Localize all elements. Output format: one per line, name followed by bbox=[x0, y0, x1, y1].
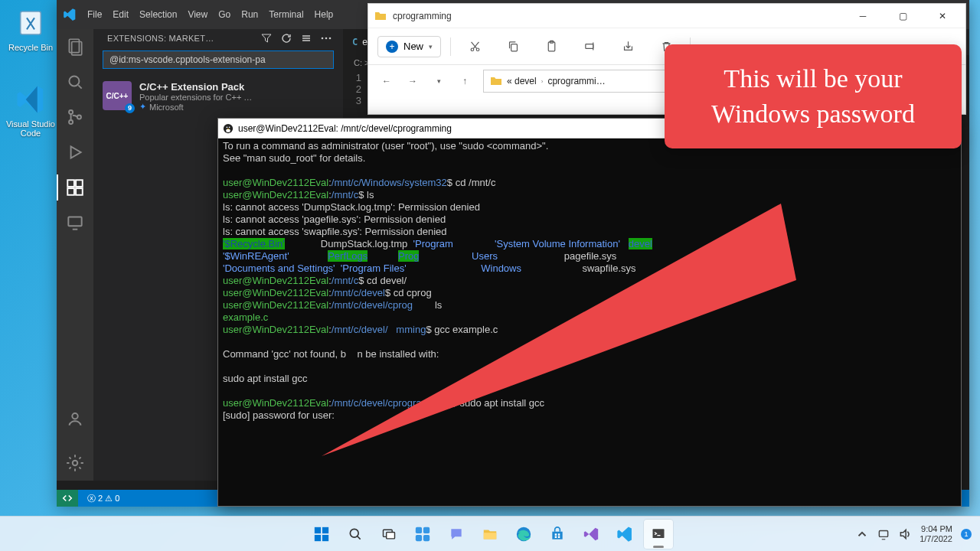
svg-rect-9 bbox=[76, 188, 83, 195]
svg-point-16 bbox=[329, 37, 332, 40]
svg-rect-38 bbox=[423, 534, 430, 540]
folder-icon bbox=[490, 75, 502, 87]
file-explorer-window: cprogramming ─ ▢ ✕ +New▾ ← → ▾ ↑ « devel… bbox=[368, 3, 966, 115]
menu-help[interactable]: Help bbox=[315, 9, 334, 20]
edge-taskbar[interactable] bbox=[509, 520, 538, 549]
clock[interactable]: 9:04 PM 1/7/2022 bbox=[920, 524, 952, 544]
activity-scm[interactable] bbox=[65, 107, 85, 127]
svg-rect-42 bbox=[880, 530, 888, 536]
clock-time: 9:04 PM bbox=[920, 524, 952, 534]
explorer-titlebar[interactable]: cprogramming ─ ▢ ✕ bbox=[368, 4, 965, 28]
start-button[interactable] bbox=[307, 520, 336, 549]
maximize-button[interactable]: ▢ bbox=[886, 5, 920, 28]
refresh-icon[interactable] bbox=[280, 32, 292, 44]
svg-point-14 bbox=[322, 37, 324, 40]
folder-icon bbox=[374, 10, 387, 22]
svg-point-26 bbox=[229, 126, 230, 128]
paste-button[interactable] bbox=[537, 34, 566, 59]
search-icon bbox=[348, 527, 363, 542]
activity-bar bbox=[57, 29, 93, 481]
terminal-body[interactable]: To run a command as administrator (user … bbox=[218, 139, 961, 423]
forward-button[interactable]: → bbox=[402, 70, 423, 92]
terminal-taskbar[interactable] bbox=[644, 520, 673, 549]
svg-rect-31 bbox=[322, 534, 328, 540]
activity-settings[interactable] bbox=[65, 453, 85, 473]
tux-icon bbox=[223, 123, 234, 134]
clear-icon[interactable] bbox=[300, 32, 312, 44]
svg-rect-11 bbox=[68, 217, 81, 226]
remote-indicator[interactable] bbox=[57, 490, 78, 507]
minimize-button[interactable]: ─ bbox=[846, 5, 880, 28]
more-icon[interactable] bbox=[320, 32, 332, 44]
copy-button[interactable] bbox=[498, 34, 528, 59]
close-button[interactable]: ✕ bbox=[926, 5, 959, 28]
vscode-icon bbox=[15, 84, 46, 115]
up-button[interactable]: ↑ bbox=[454, 70, 475, 92]
extension-icon: C/C++ 9 bbox=[103, 81, 132, 110]
explorer-taskbar[interactable] bbox=[475, 520, 505, 549]
search-button[interactable] bbox=[341, 520, 370, 549]
store-taskbar[interactable] bbox=[543, 520, 572, 549]
address-bar[interactable]: « devel › cprogrammi… ⌄ bbox=[483, 70, 958, 93]
menu-view[interactable]: View bbox=[188, 9, 207, 20]
vscode-logo-icon bbox=[63, 8, 77, 21]
svg-point-25 bbox=[227, 126, 228, 128]
menu-file[interactable]: File bbox=[87, 9, 102, 20]
desktop-icon-label: Recycle Bin bbox=[3, 43, 58, 52]
network-icon[interactable] bbox=[877, 527, 890, 541]
back-button[interactable]: ← bbox=[376, 70, 397, 92]
desktop-icon-recycle-bin[interactable]: Recycle Bin bbox=[3, 8, 58, 52]
share-button[interactable] bbox=[613, 34, 642, 59]
svg-rect-30 bbox=[315, 534, 321, 540]
svg-point-4 bbox=[69, 110, 73, 114]
problems-indicator[interactable]: ⓧ 2 ⚠ 0 bbox=[87, 493, 119, 504]
svg-rect-22 bbox=[585, 44, 593, 49]
windows-icon bbox=[313, 526, 330, 543]
activity-search[interactable] bbox=[65, 72, 85, 92]
svg-rect-37 bbox=[416, 534, 422, 540]
extension-item[interactable]: C/C++ 9 C/C++ Extension Pack Popular ext… bbox=[93, 75, 343, 118]
explorer-nav: ← → ▾ ↑ « devel › cprogrammi… ⌄ bbox=[368, 65, 965, 97]
svg-point-17 bbox=[471, 48, 474, 51]
clock-date: 1/7/2022 bbox=[920, 534, 952, 544]
notification-badge-icon[interactable]: 1 bbox=[960, 528, 972, 540]
extension-description: Popular extensions for C++ … bbox=[139, 93, 334, 102]
menu-selection[interactable]: Selection bbox=[139, 9, 177, 20]
svg-rect-35 bbox=[416, 527, 422, 533]
menu-run[interactable]: Run bbox=[241, 9, 258, 20]
svg-rect-29 bbox=[322, 527, 328, 533]
explorer-toolbar: +New▾ bbox=[368, 28, 965, 65]
activity-run-debug[interactable] bbox=[65, 142, 85, 162]
chevron-up-icon[interactable] bbox=[855, 527, 869, 541]
chat-button[interactable] bbox=[442, 520, 471, 549]
desktop-icon-vscode[interactable]: Visual Studio Code bbox=[3, 84, 58, 138]
cut-button[interactable] bbox=[460, 34, 489, 59]
new-button[interactable]: +New▾ bbox=[377, 36, 441, 57]
wsl-terminal-window: user@WinDev2112Eval: /mnt/c/devel/cprogr… bbox=[217, 118, 962, 507]
activity-remote[interactable] bbox=[65, 213, 85, 233]
activity-account[interactable] bbox=[65, 409, 85, 429]
delete-button[interactable] bbox=[652, 34, 681, 59]
svg-rect-8 bbox=[67, 188, 74, 195]
rename-button[interactable] bbox=[575, 34, 604, 59]
verified-icon: ✦ bbox=[139, 102, 146, 112]
menu-go[interactable]: Go bbox=[218, 9, 230, 20]
menu-terminal[interactable]: Terminal bbox=[269, 9, 303, 20]
recent-dropdown[interactable]: ▾ bbox=[428, 70, 449, 92]
recycle-bin-icon bbox=[15, 8, 46, 38]
chevron-down-icon[interactable]: ⌄ bbox=[943, 76, 951, 86]
activity-extensions[interactable] bbox=[65, 178, 85, 197]
filter-icon[interactable] bbox=[260, 32, 273, 44]
widgets-button[interactable] bbox=[408, 520, 437, 549]
activity-explorer[interactable] bbox=[65, 37, 85, 57]
terminal-titlebar[interactable]: user@WinDev2112Eval: /mnt/c/devel/cprogr… bbox=[218, 119, 961, 139]
svg-point-15 bbox=[325, 37, 328, 40]
window-title: cprogramming bbox=[393, 11, 452, 21]
system-tray[interactable]: 9:04 PM 1/7/2022 1 bbox=[855, 524, 980, 544]
task-view-button[interactable] bbox=[374, 520, 403, 549]
vscode-taskbar[interactable] bbox=[610, 520, 639, 549]
volume-icon[interactable] bbox=[898, 527, 912, 541]
visualstudio-taskbar[interactable] bbox=[577, 520, 606, 549]
menu-edit[interactable]: Edit bbox=[113, 9, 129, 20]
extensions-search-input[interactable]: @id:ms-vscode.cpptools-extension-pa bbox=[103, 51, 334, 69]
